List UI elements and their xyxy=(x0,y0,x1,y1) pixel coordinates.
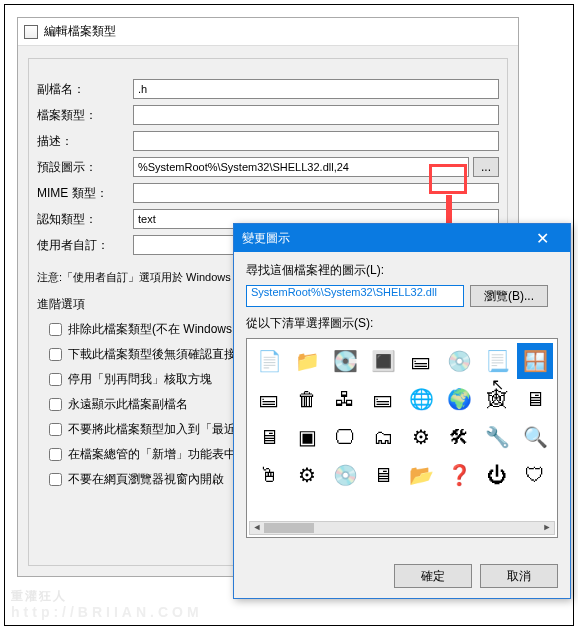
dialog-title: 變更圖示 xyxy=(242,230,522,247)
setup-icon[interactable]: 🛠 xyxy=(441,419,477,455)
check-no-confirm[interactable] xyxy=(49,348,62,361)
user-label: 使用者自訂： xyxy=(37,237,133,254)
gear2-icon[interactable]: ⚙ xyxy=(289,457,325,493)
select-label: 從以下清單選擇圖示(S): xyxy=(246,315,558,332)
type-label: 檔案類型： xyxy=(37,107,133,124)
dialog-titlebar[interactable]: 變更圖示 ✕ xyxy=(234,224,570,252)
network-icon[interactable]: 🖧 xyxy=(327,381,363,417)
cancel-button[interactable]: 取消 xyxy=(480,564,558,588)
check-exclude[interactable] xyxy=(49,323,62,336)
folder2-icon[interactable]: 📂 xyxy=(403,457,439,493)
trash-icon[interactable]: 🗑 xyxy=(289,381,325,417)
mime-label: MIME 類型： xyxy=(37,185,133,202)
check-always-ext[interactable] xyxy=(49,398,62,411)
browse-icon-button[interactable]: ... xyxy=(473,157,499,177)
check-new-menu[interactable] xyxy=(49,448,62,461)
app-icon[interactable]: ▣ xyxy=(289,419,325,455)
ext-label: 副檔名： xyxy=(37,81,133,98)
app-icon xyxy=(24,25,38,39)
gears-icon[interactable]: ⚙ xyxy=(403,419,439,455)
search-icon[interactable]: 🔍 xyxy=(517,419,553,455)
check-always-ext-label: 永遠顯示此檔案副檔名 xyxy=(68,396,188,413)
check-new-menu-label: 在檔案總管的「新增」功能表中顯 xyxy=(68,446,248,463)
check-no-recent-label: 不要將此檔案類型加入到「最近的 xyxy=(68,421,248,438)
disc-drive-icon[interactable]: 💿 xyxy=(441,343,477,379)
help-icon[interactable]: ❓ xyxy=(441,457,477,493)
cursor-icon[interactable]: 🖱 xyxy=(251,457,287,493)
icon-file-path-input[interactable]: SystemRoot%\System32\SHELL32.dll xyxy=(246,285,464,307)
type-input[interactable] xyxy=(133,105,499,125)
check-dont-ask-label: 停用「別再問我」核取方塊 xyxy=(68,371,212,388)
check-exclude-label: 排除此檔案類型(不在 Windows 的 xyxy=(68,321,247,338)
check-no-browser-label: 不要在網頁瀏覽器視窗內開啟 xyxy=(68,471,224,488)
icon-list: 📄📁💽🔳🖴💿📃🪟🖴🗑🖧🖴🌐🌍🕸🖥🖥▣🖵🗂⚙🛠🔧🔍🖱⚙💿🖥📂❓⏻🛡 ◄ ► xyxy=(246,338,558,538)
shield-icon[interactable]: 🛡 xyxy=(517,457,553,493)
horizontal-scrollbar[interactable]: ◄ ► xyxy=(249,521,555,535)
check-no-recent[interactable] xyxy=(49,423,62,436)
perceived-label: 認知類型： xyxy=(37,211,133,228)
net-icon[interactable]: 🕸 xyxy=(479,381,515,417)
scroll-thumb[interactable] xyxy=(264,523,314,533)
watermark: 重灌狂人 http://BRIIAN.COM xyxy=(11,571,203,619)
monitor-icon[interactable]: 🖥 xyxy=(251,419,287,455)
wrench-icon[interactable]: 🔧 xyxy=(479,419,515,455)
window-icon[interactable]: 🪟 xyxy=(517,343,553,379)
check-no-confirm-label: 下載此檔案類型後無須確認直接開 xyxy=(68,346,248,363)
blank-file-icon[interactable]: 📄 xyxy=(251,343,287,379)
scroll-right-icon[interactable]: ► xyxy=(540,522,554,534)
icon-path-input[interactable] xyxy=(133,157,469,177)
scroll-left-icon[interactable]: ◄ xyxy=(250,522,264,534)
close-button[interactable]: ✕ xyxy=(522,224,562,252)
power-icon[interactable]: ⏻ xyxy=(479,457,515,493)
disc-icon[interactable]: 💿 xyxy=(327,457,363,493)
drive2-icon[interactable]: 🖴 xyxy=(251,381,287,417)
device-icon[interactable]: 🖥 xyxy=(365,457,401,493)
hdd-icon[interactable]: 🖴 xyxy=(403,343,439,379)
page-icon[interactable]: 📃 xyxy=(479,343,515,379)
check-dont-ask[interactable] xyxy=(49,373,62,386)
globe-icon[interactable]: 🌐 xyxy=(403,381,439,417)
check-no-browser[interactable] xyxy=(49,473,62,486)
titlebar[interactable]: 編輯檔案類型 xyxy=(18,18,518,46)
browse-file-button[interactable]: 瀏覽(B)... xyxy=(470,285,548,307)
netdrive-icon[interactable]: 🖴 xyxy=(365,381,401,417)
icon-label: 預設圖示： xyxy=(37,159,133,176)
folder-icon[interactable]: 📁 xyxy=(289,343,325,379)
screen-icon[interactable]: 🖵 xyxy=(327,419,363,455)
computer-icon[interactable]: 🖥 xyxy=(517,381,553,417)
ok-button[interactable]: 確定 xyxy=(394,564,472,588)
earth-icon[interactable]: 🌍 xyxy=(441,381,477,417)
change-icon-dialog: 變更圖示 ✕ 尋找這個檔案裡的圖示(L): SystemRoot%\System… xyxy=(233,223,571,599)
drive-icon[interactable]: 💽 xyxy=(327,343,363,379)
stack-icon[interactable]: 🗂 xyxy=(365,419,401,455)
desc-label: 描述： xyxy=(37,133,133,150)
window-title: 編輯檔案類型 xyxy=(44,23,116,40)
ext-input[interactable] xyxy=(133,79,499,99)
chip-icon[interactable]: 🔳 xyxy=(365,343,401,379)
desc-input[interactable] xyxy=(133,131,499,151)
find-label: 尋找這個檔案裡的圖示(L): xyxy=(246,262,558,279)
mime-input[interactable] xyxy=(133,183,499,203)
